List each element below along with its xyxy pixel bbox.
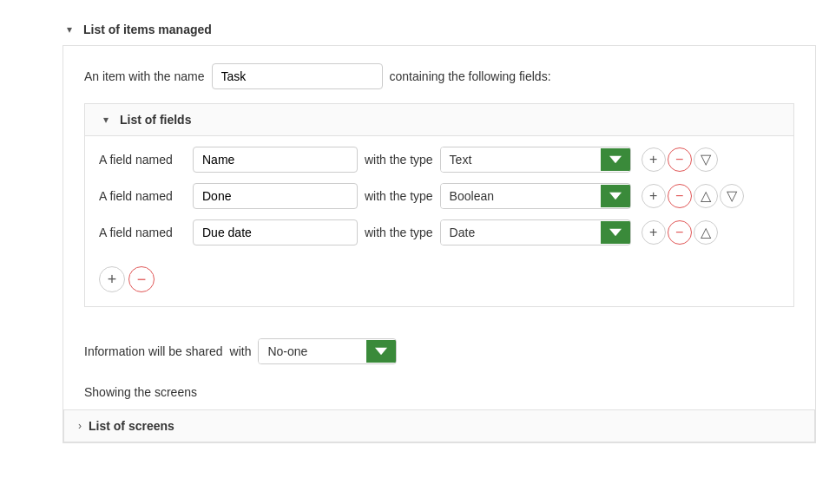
field-label-1: A field named <box>99 153 186 167</box>
field-type-label-2: with the type <box>365 189 433 203</box>
share-label: Information will be shared <box>84 344 223 358</box>
field-row-1: A field named with the type Text + <box>99 147 780 173</box>
field-row-1-actions: + − ▽ <box>642 147 718 172</box>
field-type-dropdown-btn-2[interactable] <box>601 185 630 207</box>
field-row-3-up-btn[interactable]: △ <box>694 220 718 245</box>
field-type-value-3: Date <box>441 220 601 245</box>
field-type-dropdown-3[interactable]: Date <box>440 219 631 245</box>
screens-chevron-icon: › <box>78 420 82 432</box>
fields-table: A field named with the type Text + <box>85 136 793 256</box>
field-type-dropdown-btn-3[interactable] <box>601 221 630 244</box>
field-row-1-down-btn[interactable]: ▽ <box>694 147 718 172</box>
field-row-2-down-btn[interactable]: ▽ <box>720 184 744 208</box>
top-section-title: List of items managed <box>83 23 212 36</box>
screens-section-title: List of screens <box>89 419 174 433</box>
field-row-3-add-btn[interactable]: + <box>642 220 666 245</box>
field-type-value-2: Boolean <box>441 184 601 208</box>
field-type-label-1: with the type <box>365 153 433 167</box>
field-name-input-3[interactable] <box>193 219 358 245</box>
item-name-row: An item with the name containing the fol… <box>84 63 794 89</box>
add-remove-row: + − <box>85 256 793 306</box>
field-row-2: A field named with the type Boolean + <box>99 183 780 209</box>
remove-field-btn[interactable]: − <box>128 266 155 292</box>
field-row-3-actions: + − △ <box>642 220 718 245</box>
field-row-1-remove-btn[interactable]: − <box>668 147 692 172</box>
share-with-label: with <box>230 344 252 358</box>
field-label-2: A field named <box>99 189 186 203</box>
share-dropdown-value: No-one <box>259 339 366 363</box>
add-field-btn[interactable]: + <box>99 266 125 292</box>
main-content-area: An item with the name containing the fol… <box>63 45 816 443</box>
share-dropdown[interactable]: No-one <box>258 338 397 364</box>
field-row-3: A field named with the type Date + <box>99 219 780 245</box>
field-name-input-1[interactable] <box>193 147 358 173</box>
field-type-value-1: Text <box>441 147 601 172</box>
share-dropdown-btn[interactable] <box>366 340 396 363</box>
item-name-prefix: An item with the name <box>84 69 205 83</box>
field-type-dropdown-2[interactable]: Boolean <box>440 183 631 209</box>
field-row-3-remove-btn[interactable]: − <box>668 220 692 245</box>
item-name-input[interactable] <box>212 63 383 89</box>
field-row-2-add-btn[interactable]: + <box>642 184 666 208</box>
showing-label: Showing the screens <box>63 378 815 409</box>
field-row-2-remove-btn[interactable]: − <box>668 184 692 208</box>
field-type-label-3: with the type <box>365 226 433 239</box>
screens-section-header[interactable]: › List of screens <box>64 410 814 442</box>
fields-section-title: List of fields <box>120 113 191 127</box>
top-section-header[interactable]: ▾ List of items managed <box>63 14 816 45</box>
field-name-input-2[interactable] <box>193 183 358 209</box>
field-label-3: A field named <box>99 226 186 239</box>
field-row-2-up-btn[interactable]: △ <box>694 184 718 208</box>
field-type-dropdown-btn-1[interactable] <box>601 148 630 171</box>
item-name-section: An item with the name containing the fol… <box>63 46 815 324</box>
page-wrapper: ▾ List of items managed An item with the… <box>0 0 816 504</box>
item-name-suffix: containing the following fields: <box>390 69 551 83</box>
top-chevron-icon: ▾ <box>63 23 76 36</box>
fields-section-header[interactable]: ▾ List of fields <box>85 104 793 136</box>
fields-chevron-icon: ▾ <box>99 113 113 127</box>
screens-section: › List of screens <box>63 409 815 442</box>
field-type-dropdown-1[interactable]: Text <box>440 147 631 173</box>
field-row-2-actions: + − △ ▽ <box>642 184 744 208</box>
share-row: Information will be shared with No-one <box>63 324 815 378</box>
fields-section: ▾ List of fields A field named with the … <box>84 103 794 307</box>
field-row-1-add-btn[interactable]: + <box>642 147 666 172</box>
outer-wrapper: ▾ List of items managed An item with the… <box>0 0 816 504</box>
